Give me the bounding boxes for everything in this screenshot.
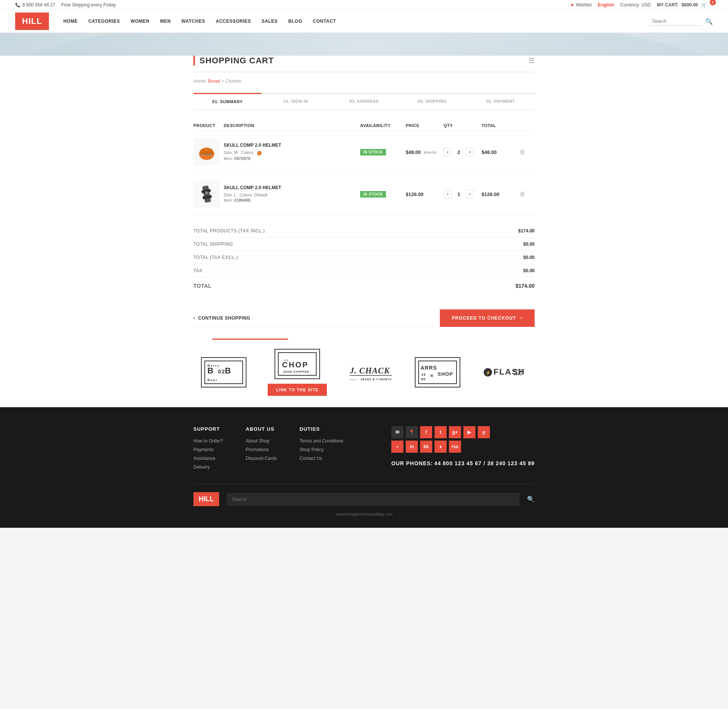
qty-decrement-2[interactable]: ‹: [444, 190, 452, 198]
footer-social: ✉ 📍 f t g+ ▶ p ▪ in bk ♦ rss OUR PHONES:…: [391, 426, 535, 473]
social-icon-youtube[interactable]: ▶: [463, 426, 475, 438]
social-icon-behance[interactable]: bk: [420, 441, 432, 453]
footer-link-delivery[interactable]: Delivery: [193, 464, 210, 470]
cart-button[interactable]: MY CART: $690.00 🛒 2: [657, 2, 713, 8]
language-selector[interactable]: English: [598, 2, 614, 8]
checkout-button[interactable]: PROCEED TO CHECKOUT ›: [440, 309, 535, 327]
footer-search-input[interactable]: [227, 493, 519, 506]
qty-value-2: 1: [455, 191, 463, 197]
checkout-arrow-icon: ›: [521, 315, 522, 321]
cart-actions: ‹ CONTINUE SHOPPING PROCEED TO CHECKOUT …: [193, 303, 535, 327]
page-header: SHOPPING CART ☰: [193, 56, 535, 72]
social-icon-pinterest[interactable]: p: [478, 426, 490, 438]
cart-totals: TOTAL PRODUCTS (TAX INCL.) $174.00 TOTAL…: [193, 224, 535, 293]
qty-decrement-1[interactable]: ‹: [444, 148, 452, 156]
footer-link-payments[interactable]: Payments: [193, 447, 213, 452]
delete-item-2[interactable]: 🗑: [519, 191, 526, 198]
wishlist-link[interactable]: Wishlist: [570, 2, 592, 8]
svg-text:B: B: [207, 366, 214, 375]
availability-1: IN STOCK: [360, 149, 406, 155]
color-swatch-1: [257, 151, 262, 155]
currency-display: Currency: USD: [620, 2, 651, 8]
table-row: SKULL COMP 2.0 HELMET Size: M Colors: It…: [193, 131, 535, 173]
brand-logo-barry: Barry B B 02 Bons: [201, 357, 246, 387]
footer-link-order[interactable]: How to Order?: [193, 438, 223, 444]
step-summary[interactable]: 01. SUMMARY: [193, 93, 262, 109]
brand-flash: ⚡ FLASH ESTD 1993: [482, 357, 527, 387]
footer-link-promotions[interactable]: Promotions: [246, 447, 269, 452]
footer-link-terms[interactable]: Terms and Conditions: [300, 438, 344, 444]
qty-increment-1[interactable]: ›: [466, 148, 474, 156]
social-icon-vimeo[interactable]: ▪: [391, 441, 403, 453]
cart-table-header: PRODUCT DESCRIPTION AVAILABILITY PRICE Q…: [193, 120, 535, 131]
social-icon-twitter[interactable]: t: [435, 426, 447, 438]
phone-numbers: 44 800 123 45 67 / 38 240 123 45 89: [434, 460, 535, 466]
step-payment[interactable]: 05. PAYMENT: [466, 94, 535, 109]
delete-item-1[interactable]: 🗑: [519, 149, 526, 155]
navbar: HILL HOME CATEGORIES WOMEN MEN WATCHES A…: [0, 10, 728, 33]
svg-point-3: [204, 147, 209, 151]
qty-value-1: 2: [455, 149, 463, 155]
breadcrumb-link[interactable]: Bread: [208, 78, 221, 84]
step-address[interactable]: 03. ADDRESS: [330, 94, 398, 109]
nav-categories[interactable]: CATEGORIES: [83, 10, 125, 32]
link-to-site-button[interactable]: LINK TO THE SITE: [268, 384, 327, 396]
step-shipping[interactable]: 04. SHIPPING: [398, 94, 466, 109]
footer-link-policy[interactable]: Shop Policy: [300, 447, 323, 452]
qty-increment-2[interactable]: ›: [466, 190, 474, 198]
nav-men[interactable]: MEN: [155, 10, 176, 32]
social-icon-rss[interactable]: rss: [449, 441, 461, 453]
product-desc-1: SKULL COMP 2.0 HELMET Size: M Colors: It…: [224, 143, 360, 161]
search-input[interactable]: [649, 17, 702, 26]
svg-text:ARRS: ARRS: [420, 365, 437, 371]
nav-accessories[interactable]: ACCESSORIES: [210, 10, 256, 32]
social-icon-instagram[interactable]: in: [406, 441, 418, 453]
social-icon-google[interactable]: g+: [449, 426, 461, 438]
checkout-steps: 01. SUMMARY 02. SIGN IN 03. ADDRESS 04. …: [193, 93, 535, 110]
footer-link-discount[interactable]: Discount Cards: [246, 456, 277, 461]
col-price: PRICE: [406, 123, 444, 128]
availability-2: IN STOCK: [360, 191, 406, 198]
brands-section: Barry B B 02 Bons ≡≡ CHOP: [193, 327, 535, 407]
svg-text:ESTD: ESTD: [514, 369, 522, 372]
continue-shopping-button[interactable]: ‹ CONTINUE SHOPPING: [193, 315, 250, 321]
brand-chop: ≡≡ CHOP SHOE CHOPPER LINK TO THE SITE: [268, 349, 327, 396]
svg-text:SHOE CHOPPER: SHOE CHOPPER: [283, 370, 309, 373]
footer-link-assistance[interactable]: Assistance: [193, 456, 215, 461]
svg-text:19: 19: [421, 373, 426, 376]
svg-text:✕: ✕: [430, 373, 434, 378]
shipping-promo: Free Shipping every Friday: [61, 2, 116, 8]
svg-text:⚡: ⚡: [486, 370, 491, 375]
col-qty: QTY: [444, 123, 482, 128]
breadcrumb: Home: Bread > Crumbs: [193, 78, 535, 84]
total-row-grand: TOTAL $174.00: [193, 278, 535, 293]
site-logo[interactable]: HILL: [15, 13, 49, 30]
footer-search-button[interactable]: 🔍: [527, 496, 535, 503]
social-icon-location[interactable]: 📍: [406, 426, 418, 438]
nav-women[interactable]: WOMEN: [125, 10, 155, 32]
social-icon-email[interactable]: ✉: [391, 426, 403, 438]
brand-logo-arrs: ARRS ✕ SHOP 19 82: [415, 357, 460, 387]
footer-link-about-shop[interactable]: About Shop: [246, 438, 270, 444]
footer-logo[interactable]: HILL: [193, 492, 219, 506]
search-button[interactable]: 🔍: [705, 18, 713, 25]
footer-bottom: HILL 🔍: [193, 484, 535, 506]
nav-sales[interactable]: SALES: [256, 10, 283, 32]
footer-link-contact[interactable]: Contact Us: [300, 456, 322, 461]
nav-watches[interactable]: WATCHES: [176, 10, 210, 32]
page-title: SHOPPING CART: [193, 56, 274, 66]
svg-text:——→ JEANS & T-SHIRTS →: ——→ JEANS & T-SHIRTS →: [350, 378, 394, 381]
footer-duties: DUTIES Terms and Conditions Shop Policy …: [300, 426, 344, 473]
step-signin[interactable]: 02. SIGN IN: [262, 94, 330, 109]
nav-blog[interactable]: BLOG: [283, 10, 308, 32]
social-icon-dribbble[interactable]: ♦: [435, 441, 447, 453]
col-product: PRODUCT: [193, 123, 224, 128]
page-menu-icon[interactable]: ☰: [529, 56, 535, 65]
svg-rect-4: [202, 185, 211, 203]
price-2: $126.00: [406, 191, 444, 197]
brand-logo-flash: ⚡ FLASH ESTD 1993: [482, 357, 527, 387]
nav-home[interactable]: HOME: [58, 10, 83, 32]
phone-number: 8 800 656 48 27: [15, 2, 55, 8]
social-icon-facebook[interactable]: f: [420, 426, 432, 438]
nav-contact[interactable]: CONTACT: [308, 10, 341, 32]
